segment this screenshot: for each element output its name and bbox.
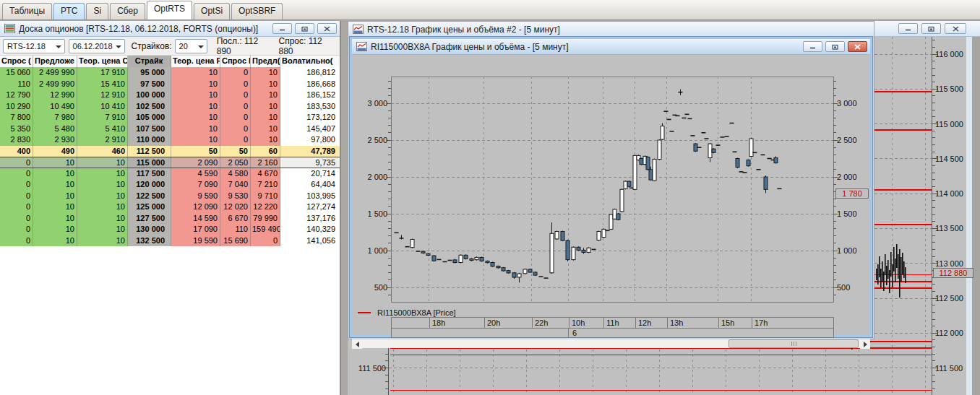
table-cell[interactable]: 10 [33, 201, 77, 213]
table-cell[interactable]: 10 [251, 123, 280, 135]
table-cell[interactable]: 110 000 [128, 134, 171, 146]
restore-button[interactable] [921, 23, 941, 34]
table-cell[interactable]: 0 [0, 157, 33, 168]
table-cell[interactable]: 10 [33, 179, 77, 191]
minimize-button[interactable] [272, 23, 292, 34]
table-cell[interactable]: 0 [220, 112, 251, 123]
table-cell[interactable]: 400 [0, 146, 33, 157]
table-cell[interactable]: 2 499 990 [33, 67, 77, 79]
table-cell[interactable]: 10 [77, 235, 128, 247]
table-cell[interactable]: 79 990 [251, 213, 280, 225]
table-cell[interactable]: 10 [251, 112, 280, 123]
scroll-right-arrow-icon[interactable] [860, 339, 870, 349]
table-cell[interactable]: 0 [0, 224, 33, 235]
scrollbar-thumb[interactable] [728, 339, 859, 348]
table-cell[interactable]: 10 [171, 112, 220, 123]
table-cell[interactable]: 5 410 [77, 123, 128, 135]
table-cell[interactable]: 127 500 [128, 213, 171, 225]
header-call-ask[interactable]: Предложе [33, 56, 77, 67]
table-cell[interactable]: 10 [77, 179, 128, 191]
header-put-ask[interactable]: Предл( [251, 56, 280, 67]
table-cell[interactable]: 117 500 [128, 168, 171, 180]
table-cell[interactable]: 9 710 [251, 191, 280, 202]
tab-optsbrf[interactable]: OptSBRF [231, 3, 283, 19]
table-cell[interactable]: 0 [220, 134, 251, 146]
table-cell[interactable]: 140,329 [280, 224, 340, 235]
table-cell[interactable]: 15 690 [220, 235, 251, 247]
table-row[interactable]: 15 0602 499 99017 91095 00010010186,812 [0, 67, 340, 79]
table-cell[interactable]: 2 050 [220, 157, 251, 168]
table-cell[interactable]: 0 [220, 101, 251, 113]
table-cell[interactable]: 10 [171, 67, 220, 79]
header-call-bid[interactable]: Спрос ( [0, 56, 33, 67]
table-cell[interactable]: 100 000 [128, 90, 171, 101]
tab-optrts[interactable]: OptRTS [147, 1, 192, 19]
table-cell[interactable]: 10 [251, 90, 280, 101]
table-cell[interactable]: 122 500 [128, 191, 171, 202]
table-cell[interactable]: 186,152 [280, 90, 340, 101]
table-cell[interactable]: 12 990 [33, 90, 77, 101]
scroll-left-arrow-icon[interactable] [352, 339, 362, 349]
table-cell[interactable]: 10 [33, 213, 77, 225]
header-strike[interactable]: Страйк [128, 56, 171, 67]
table-cell[interactable]: 10 [171, 101, 220, 113]
table-cell[interactable]: 2 499 990 [33, 79, 77, 90]
table-cell[interactable]: 159 490 [251, 224, 280, 235]
table-cell[interactable]: 19 590 [171, 235, 220, 247]
table-row[interactable]: 12 79012 99012 910100 00010010186,152 [0, 90, 340, 101]
options-board-titlebar[interactable]: Доска опционов [RTS-12.18, 06.12.2018, F… [0, 21, 340, 37]
table-cell[interactable]: 141,056 [280, 235, 340, 247]
table-cell[interactable]: 186,812 [280, 67, 340, 79]
table-cell[interactable]: 120 000 [128, 179, 171, 191]
table-cell[interactable]: 12 910 [77, 90, 128, 101]
table-cell[interactable]: 10 [77, 168, 128, 180]
table-cell[interactable]: 105 000 [128, 112, 171, 123]
table-cell[interactable]: 10 [171, 90, 220, 101]
table-cell[interactable]: 7 980 [33, 112, 77, 123]
table-cell[interactable]: 9 530 [220, 191, 251, 202]
horizontal-scrollbar[interactable] [352, 339, 870, 348]
table-cell[interactable]: 183,530 [280, 101, 340, 113]
table-cell[interactable]: 0 [220, 123, 251, 135]
tab-optsi[interactable]: OptSi [194, 3, 230, 19]
table-cell[interactable]: 64,404 [280, 179, 340, 191]
table-cell[interactable]: 10 [251, 67, 280, 79]
table-cell[interactable]: 5 480 [33, 123, 77, 135]
table-cell[interactable]: 0 [0, 213, 33, 225]
table-cell[interactable]: 112 500 [128, 146, 171, 157]
table-cell[interactable]: 0 [220, 79, 251, 90]
table-cell[interactable]: 2 160 [251, 157, 280, 168]
table-cell[interactable]: 97,800 [280, 134, 340, 146]
header-put-theo[interactable]: Теор. цена Р [171, 56, 220, 67]
table-cell[interactable]: 50 [220, 146, 251, 157]
table-row[interactable]: 2 8302 9302 910110 0001001097,800 [0, 134, 340, 146]
table-cell[interactable]: 4 670 [251, 168, 280, 180]
table-row[interactable]: 01010122 5009 5909 5309 710103,995 [0, 191, 340, 202]
close-icon[interactable] [945, 23, 966, 34]
table-cell[interactable]: 17 910 [77, 67, 128, 79]
table-cell[interactable]: 9,735 [280, 157, 340, 168]
instrument-select[interactable]: RTS-12.18 [3, 39, 65, 53]
table-cell[interactable]: 115 000 [128, 157, 171, 168]
table-cell[interactable]: 10 [77, 191, 128, 202]
table-cell[interactable]: 10 490 [33, 101, 77, 113]
table-cell[interactable]: 0 [220, 67, 251, 79]
close-icon[interactable] [317, 23, 337, 34]
table-cell[interactable]: 10 [77, 213, 128, 225]
table-cell[interactable]: 110 [0, 79, 33, 90]
background-chart-titlebar[interactable] [874, 21, 980, 37]
table-cell[interactable]: 10 [171, 79, 220, 90]
table-cell[interactable]: 10 [33, 157, 77, 168]
table-cell[interactable]: 10 [251, 101, 280, 113]
header-volatility[interactable]: Волатильно( [280, 56, 340, 67]
table-row[interactable]: 10 29010 49010 410102 50010010183,530 [0, 101, 340, 113]
restore-button[interactable] [825, 41, 845, 52]
table-cell[interactable]: 12 220 [251, 201, 280, 213]
table-cell[interactable]: 17 090 [171, 224, 220, 235]
table-cell[interactable]: 490 [33, 146, 77, 157]
table-cell[interactable]: 5 350 [0, 123, 33, 135]
restore-button[interactable] [295, 23, 314, 34]
table-row[interactable]: 01010120 0007 0907 0407 21064,404 [0, 179, 340, 191]
table-cell[interactable]: 0 [0, 235, 33, 247]
table-cell[interactable]: 7 090 [171, 179, 220, 191]
